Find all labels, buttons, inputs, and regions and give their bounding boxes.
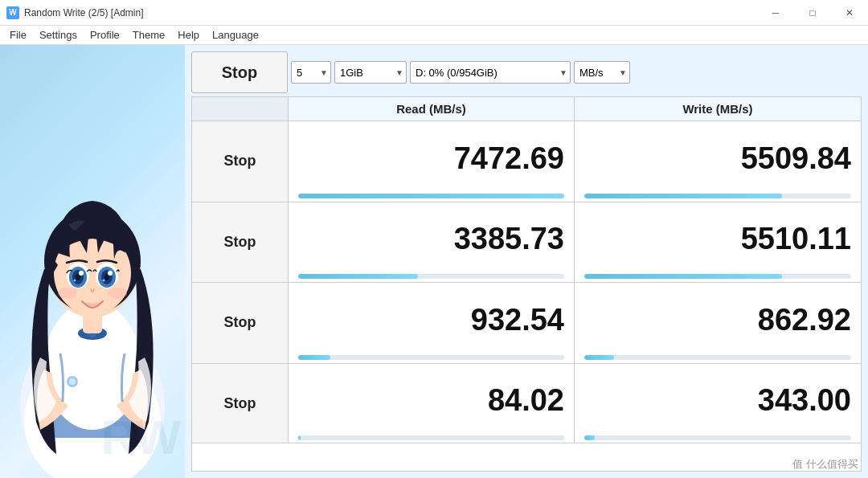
row1-read-progress — [298, 274, 564, 279]
main-content: RW Stop 1 2 3 5 9 ▼ 512MiB 1GiB 2Gi — [0, 45, 868, 478]
row3-btn-cell: Stop — [192, 364, 289, 444]
menu-profile[interactable]: Profile — [84, 27, 126, 43]
drive-select[interactable]: D: 0% (0/954GiB) C: 50% (250/500GiB) — [410, 61, 571, 84]
table-row: Stop 7472.69 5509.84 — [191, 121, 862, 202]
passes-select[interactable]: 1 2 3 5 9 — [291, 61, 331, 84]
maximize-button[interactable]: □ — [794, 0, 831, 26]
svg-point-25 — [103, 280, 105, 282]
row3-write-fill — [584, 435, 595, 440]
row0-write-progress — [584, 194, 851, 198]
header-read: Read (MB/s) — [289, 97, 575, 121]
row2-read-cell: 932.54 — [289, 283, 575, 363]
header-write: Write (MB/s) — [575, 97, 861, 121]
row3-write-progress — [584, 435, 851, 440]
menu-settings[interactable]: Settings — [33, 27, 84, 43]
row2-read-progress — [298, 355, 564, 360]
menu-bar: File Settings Profile Theme Help Languag… — [0, 26, 868, 45]
benchmark-panel: Stop 1 2 3 5 9 ▼ 512MiB 1GiB 2GiB 4GiB — [185, 45, 868, 478]
row2-btn-cell: Stop — [192, 283, 289, 363]
row2-write-progress — [584, 355, 851, 360]
row0-read-cell: 7472.69 — [289, 121, 575, 202]
row0-stop-button[interactable]: Stop — [192, 121, 288, 202]
menu-help[interactable]: Help — [171, 27, 206, 43]
row3-read-cell: 84.02 — [289, 364, 575, 444]
drive-dropdown-wrapper: D: 0% (0/954GiB) C: 50% (250/500GiB) ▼ — [410, 61, 571, 84]
table-header-row: Read (MB/s) Write (MB/s) — [191, 96, 862, 121]
row0-read-value: 7472.69 — [298, 128, 564, 190]
blocksize-dropdown-wrapper: 512MiB 1GiB 2GiB 4GiB ▼ — [334, 61, 407, 84]
row1-write-cell: 5510.11 — [575, 202, 861, 283]
row0-read-fill — [298, 194, 564, 198]
unit-dropdown-wrapper: MB/s GB/s IOPS ▼ — [574, 61, 630, 84]
top-controls-row: Stop 1 2 3 5 9 ▼ 512MiB 1GiB 2GiB 4GiB — [191, 51, 862, 93]
passes-dropdown-wrapper: 1 2 3 5 9 ▼ — [291, 61, 331, 84]
row2-read-fill — [298, 355, 330, 360]
svg-rect-4 — [68, 321, 80, 386]
character-decoration: RW — [101, 414, 181, 462]
unit-select[interactable]: MB/s GB/s IOPS — [574, 61, 630, 84]
blocksize-select[interactable]: 512MiB 1GiB 2GiB 4GiB — [334, 61, 407, 84]
row1-stop-button[interactable]: Stop — [192, 202, 288, 283]
row2-stop-button[interactable]: Stop — [192, 283, 288, 363]
row1-read-fill — [298, 274, 418, 279]
title-bar-text: Random Write (2/5) [Admin] — [24, 7, 144, 18]
row2-write-fill — [584, 355, 614, 360]
character-panel: RW — [0, 45, 185, 478]
row0-btn-cell: Stop — [192, 121, 289, 202]
svg-point-26 — [58, 288, 77, 299]
svg-point-19 — [74, 280, 76, 282]
row3-write-cell: 343.00 — [575, 364, 861, 444]
row1-read-value: 3385.73 — [298, 209, 564, 272]
row0-read-progress — [298, 194, 564, 198]
watermark: 值 什么值得买 — [792, 457, 858, 472]
row1-write-value: 5510.11 — [584, 209, 851, 272]
benchmark-table: Read (MB/s) Write (MB/s) Stop 7472.69 55… — [191, 96, 862, 472]
row2-read-value: 932.54 — [298, 289, 564, 352]
row3-read-progress — [298, 435, 564, 440]
menu-language[interactable]: Language — [206, 27, 265, 43]
table-bottom-row — [191, 443, 862, 472]
title-bar-controls: ─ □ ✕ — [757, 0, 868, 26]
svg-point-9 — [69, 378, 76, 385]
minimize-button[interactable]: ─ — [757, 0, 794, 26]
row3-stop-button[interactable]: Stop — [192, 364, 288, 444]
row1-write-progress — [584, 274, 851, 279]
table-row: Stop 932.54 862.92 — [191, 282, 862, 363]
row2-write-value: 862.92 — [584, 289, 851, 352]
svg-rect-5 — [104, 321, 117, 386]
row1-write-fill — [584, 274, 782, 279]
table-row: Stop 84.02 343.00 — [191, 363, 862, 444]
row0-write-fill — [584, 194, 782, 198]
title-bar: W Random Write (2/5) [Admin] ─ □ ✕ — [0, 0, 868, 26]
svg-point-18 — [79, 271, 84, 276]
close-button[interactable]: ✕ — [831, 0, 868, 26]
row0-write-value: 5509.84 — [584, 128, 851, 190]
top-stop-button[interactable]: Stop — [191, 51, 288, 93]
svg-point-27 — [108, 288, 127, 299]
row0-write-cell: 5509.84 — [575, 121, 861, 202]
row2-write-cell: 862.92 — [575, 283, 861, 363]
row1-read-cell: 3385.73 — [289, 202, 575, 283]
header-empty — [192, 97, 289, 121]
svg-point-24 — [108, 271, 113, 276]
app-icon: W — [6, 6, 19, 19]
row3-read-fill — [298, 435, 301, 440]
menu-theme[interactable]: Theme — [126, 27, 171, 43]
table-row: Stop 3385.73 5510.11 — [191, 202, 862, 283]
row3-read-value: 84.02 — [298, 370, 564, 433]
menu-file[interactable]: File — [3, 27, 33, 43]
row3-write-value: 343.00 — [584, 370, 851, 433]
row1-btn-cell: Stop — [192, 202, 289, 283]
